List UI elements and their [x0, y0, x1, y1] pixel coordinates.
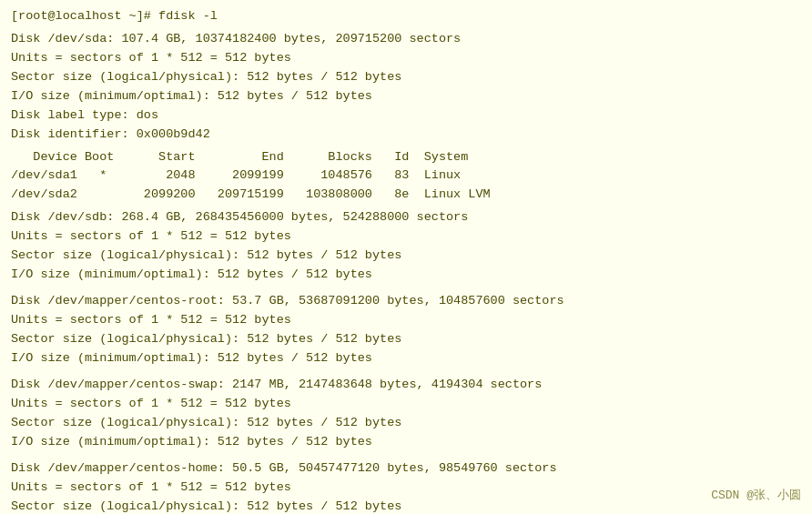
terminal-line: /dev/sda1 * 2048 2099199 1048576 83 Linu… — [11, 166, 801, 186]
terminal-window: [root@localhost ~]# fdisk -l Disk /dev/s… — [0, 0, 812, 514]
terminal-line: Sector size (logical/physical): 512 byte… — [11, 498, 801, 514]
terminal-line: Disk identifier: 0x000b9d42 — [11, 126, 801, 145]
terminal-line: Disk /dev/mapper/centos-swap: 2147 MB, 2… — [11, 376, 801, 395]
terminal-line: Disk /dev/sda: 107.4 GB, 10374182400 byt… — [11, 30, 801, 49]
terminal-line: Disk /dev/sdb: 268.4 GB, 268435456000 by… — [11, 208, 801, 227]
terminal-line: Sector size (logical/physical): 512 byte… — [11, 414, 801, 433]
terminal-line: I/O size (minimum/optimal): 512 bytes / … — [11, 266, 801, 285]
terminal-line: Units = sectors of 1 * 512 = 512 bytes — [11, 479, 801, 498]
terminal-line: Disk /dev/mapper/centos-home: 50.5 GB, 5… — [11, 459, 801, 479]
terminal-line: Disk /dev/mapper/centos-root: 53.7 GB, 5… — [11, 292, 801, 311]
terminal-line: Units = sectors of 1 * 512 = 512 bytes — [11, 49, 801, 68]
terminal-line: I/O size (minimum/optimal): 512 bytes / … — [11, 349, 801, 368]
terminal-line: /dev/sda2 2099200 209715199 103808000 8e… — [11, 186, 801, 205]
terminal-line: [root@localhost ~]# fdisk -l — [11, 7, 801, 26]
watermark: CSDN @张、小圆 — [711, 487, 801, 505]
terminal-output: [root@localhost ~]# fdisk -l Disk /dev/s… — [11, 7, 801, 514]
terminal-line: Units = sectors of 1 * 512 = 512 bytes — [11, 311, 801, 330]
terminal-line: I/O size (minimum/optimal): 512 bytes / … — [11, 87, 801, 106]
terminal-line: Device Boot Start End Blocks Id System — [11, 148, 801, 167]
terminal-line: Sector size (logical/physical): 512 byte… — [11, 330, 801, 349]
terminal-line: Sector size (logical/physical): 512 byte… — [11, 68, 801, 87]
terminal-line: Sector size (logical/physical): 512 byte… — [11, 247, 801, 266]
terminal-line: Units = sectors of 1 * 512 = 512 bytes — [11, 227, 801, 247]
terminal-line: Disk label type: dos — [11, 106, 801, 126]
terminal-line: I/O size (minimum/optimal): 512 bytes / … — [11, 433, 801, 452]
terminal-line: Units = sectors of 1 * 512 = 512 bytes — [11, 395, 801, 414]
